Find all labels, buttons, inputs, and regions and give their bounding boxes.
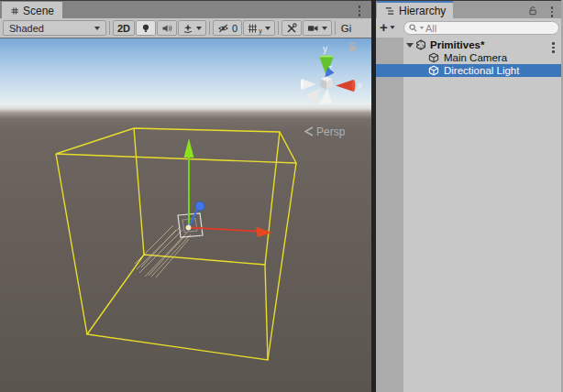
chevron-left-icon bbox=[305, 127, 313, 136]
axis-x-label: x bbox=[358, 81, 362, 91]
hierarchy-tree[interactable]: Primitives* Main Camera Directional Ligh… bbox=[376, 38, 563, 392]
scene-visibility-button[interactable]: 0 bbox=[213, 20, 242, 36]
axis-y-label: y bbox=[323, 44, 327, 54]
gameobject-cube-icon bbox=[428, 65, 439, 76]
scene-lighting-button[interactable] bbox=[136, 20, 156, 36]
hierarchy-gutter bbox=[376, 38, 403, 392]
gizmo-x-axis[interactable] bbox=[189, 228, 257, 232]
projection-label: Persp bbox=[316, 125, 346, 138]
effects-star-icon bbox=[182, 23, 193, 34]
hierarchy-searchbox[interactable] bbox=[403, 21, 559, 35]
grid-icon bbox=[248, 23, 259, 34]
axis-neg-z-cone[interactable] bbox=[306, 89, 322, 104]
tab-hierarchy[interactable]: Hierarchy bbox=[377, 1, 453, 19]
hierarchy-panel: Hierarchy + bbox=[376, 0, 563, 392]
axis-x-cone[interactable] bbox=[336, 80, 354, 92]
gizmo-x-arrowhead[interactable] bbox=[256, 227, 272, 238]
hierarchy-item-main-camera[interactable]: Main Camera bbox=[376, 51, 561, 64]
scene-panel: Scene Shaded 2D bbox=[0, 0, 371, 392]
scene-audio-button[interactable] bbox=[157, 20, 177, 36]
scene-root-label: Primitives* bbox=[430, 39, 484, 50]
camera-icon bbox=[307, 23, 319, 34]
draw-mode-dropdown[interactable]: Shaded bbox=[3, 20, 106, 36]
search-filter-chevron-icon bbox=[420, 27, 424, 29]
hierarchy-toolbar: + bbox=[376, 18, 563, 38]
grid-visibility-dropdown[interactable]: y bbox=[243, 20, 275, 36]
grid-icon bbox=[10, 6, 19, 16]
hierarchy-panel-menu-icon[interactable] bbox=[549, 5, 556, 19]
gizmo-y-arrowhead[interactable] bbox=[184, 138, 194, 158]
unity-editor-window: Scene Shaded 2D bbox=[0, 0, 563, 392]
add-label: + bbox=[380, 19, 388, 35]
draw-mode-label: Shaded bbox=[9, 23, 44, 34]
axis-neg-y-cone[interactable] bbox=[319, 90, 333, 105]
scene-viewport-overlay: y z x bbox=[0, 38, 371, 392]
gizmo-lock-icon[interactable] bbox=[349, 43, 357, 51]
hidden-count: 0 bbox=[232, 23, 237, 34]
projection-toggle[interactable]: Persp bbox=[305, 125, 346, 138]
foldout-arrow-icon[interactable] bbox=[406, 43, 414, 48]
2d-toggle-button[interactable]: 2D bbox=[113, 20, 135, 36]
gizmos-label: Gi bbox=[341, 23, 352, 34]
list-tree-icon bbox=[384, 5, 395, 16]
toolbar-separator bbox=[209, 21, 210, 35]
scene-toolbar: Shaded 2D bbox=[0, 18, 371, 38]
2d-label: 2D bbox=[117, 23, 130, 34]
scene-camera-dropdown[interactable] bbox=[303, 20, 332, 36]
scene-viewport[interactable]: y z x bbox=[0, 38, 371, 392]
gizmos-button[interactable]: Gi bbox=[338, 23, 353, 34]
search-input[interactable] bbox=[425, 23, 545, 34]
orientation-gizmo[interactable]: y z x bbox=[301, 43, 362, 105]
component-tools-button[interactable] bbox=[282, 20, 302, 36]
scene-tab-label: Scene bbox=[23, 5, 54, 17]
gameobject-cube-icon bbox=[428, 52, 439, 63]
lightbulb-icon bbox=[140, 23, 151, 34]
grid-axis-label: y bbox=[259, 27, 262, 34]
hierarchy-tab-label: Hierarchy bbox=[399, 5, 446, 17]
hierarchy-tabstrip: Hierarchy bbox=[376, 0, 563, 18]
tab-scene[interactable]: Scene bbox=[2, 2, 62, 19]
hierarchy-item-label: Main Camera bbox=[444, 52, 507, 63]
speaker-icon bbox=[161, 23, 172, 34]
scene-root-row[interactable]: Primitives* bbox=[376, 38, 561, 51]
gizmo-z-handle[interactable] bbox=[195, 201, 204, 211]
chevron-down-icon bbox=[265, 27, 270, 30]
unity-scene-icon bbox=[415, 39, 426, 50]
move-gizmo[interactable] bbox=[178, 138, 272, 237]
gizmo-origin bbox=[186, 225, 191, 230]
chevron-down-icon bbox=[390, 26, 394, 28]
chevron-down-icon bbox=[196, 27, 202, 30]
chevron-down-icon bbox=[94, 27, 100, 30]
toolbar-separator bbox=[335, 21, 336, 35]
gizmo-center-cube[interactable] bbox=[321, 77, 333, 90]
magnifier-icon bbox=[408, 23, 418, 33]
toolbar-separator bbox=[278, 21, 279, 35]
toolbar-separator bbox=[109, 21, 110, 35]
scene-tabstrip: Scene bbox=[0, 0, 371, 18]
add-object-button[interactable]: + bbox=[380, 19, 395, 35]
scene-panel-menu-icon[interactable] bbox=[357, 4, 363, 18]
hierarchy-item-directional-light[interactable]: Directional Light bbox=[376, 64, 561, 77]
hierarchy-item-label: Directional Light bbox=[444, 65, 519, 76]
open-padlock-icon[interactable] bbox=[527, 5, 538, 16]
tools-icon bbox=[286, 23, 297, 34]
eye-slash-icon bbox=[217, 23, 229, 34]
chevron-down-icon bbox=[322, 27, 327, 30]
scene-effects-dropdown[interactable] bbox=[178, 20, 206, 36]
